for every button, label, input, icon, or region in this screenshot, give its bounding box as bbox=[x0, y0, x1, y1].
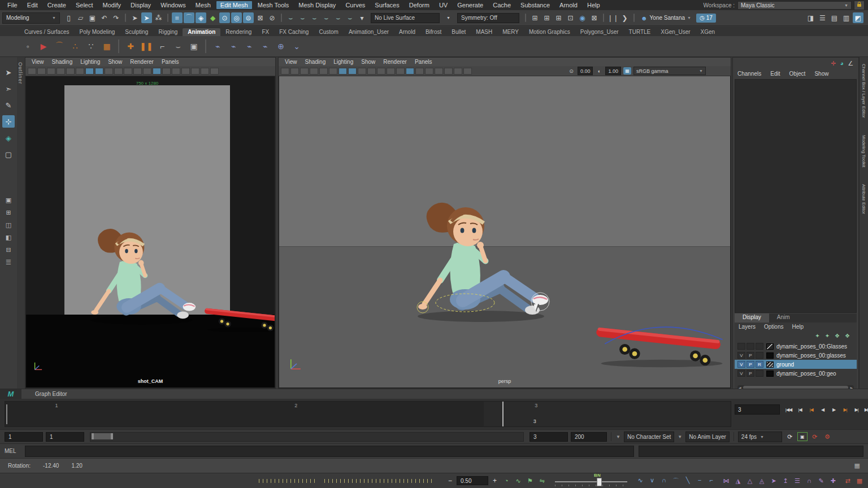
layout-outliner-persp-icon[interactable]: ◧ bbox=[3, 233, 14, 242]
channel-box-menu-item[interactable]: Channels bbox=[737, 71, 770, 77]
hud-icon[interactable] bbox=[463, 68, 472, 75]
mirror-icon[interactable]: ⇋ bbox=[537, 477, 547, 485]
shelf-popup-icon[interactable]: ◦ bbox=[20, 39, 35, 54]
select-camera-icon[interactable] bbox=[28, 68, 36, 75]
layer-visibility-toggle[interactable]: V bbox=[737, 361, 745, 368]
viewport-menu-item[interactable]: Shading bbox=[48, 59, 77, 65]
shelf-tab[interactable]: Motion Graphics bbox=[524, 28, 575, 36]
layout-four-pane-icon[interactable]: ⊞ bbox=[3, 208, 14, 217]
character-set-selector[interactable]: No Character Set bbox=[624, 432, 674, 442]
chevron-down-icon[interactable]: ▼ bbox=[443, 12, 454, 23]
workspace-selector[interactable]: Maya Classic ▼ bbox=[737, 1, 852, 10]
blend-slider-handle[interactable] bbox=[597, 478, 602, 486]
menu-item[interactable]: Generate bbox=[453, 1, 487, 9]
sidebar-vertical-tab[interactable]: Modeling Toolkit bbox=[861, 135, 866, 167]
viewport-menu-item[interactable]: Show bbox=[357, 59, 379, 65]
shaded-icon[interactable] bbox=[85, 68, 94, 75]
layer-color-swatch[interactable] bbox=[766, 371, 774, 377]
increment-button[interactable]: + bbox=[491, 477, 499, 485]
shading-flag-icon[interactable]: ⌣ bbox=[333, 12, 344, 23]
step-forward-button[interactable]: ▶| bbox=[840, 404, 850, 415]
layer-playback-toggle[interactable] bbox=[747, 343, 754, 350]
pencil-tool-icon[interactable]: ✎ bbox=[816, 477, 826, 485]
channel-box-toggle-icon[interactable]: ▤ bbox=[829, 12, 840, 23]
layer-visibility-toggle[interactable]: V bbox=[737, 370, 745, 377]
graph-editor-bar[interactable]: M Graph Editor bbox=[0, 389, 868, 399]
step-icon[interactable]: ❯ bbox=[619, 12, 630, 23]
lock-camera-icon[interactable] bbox=[290, 68, 299, 75]
shelf-tab[interactable]: Bullet bbox=[446, 28, 471, 36]
highlight-selection-icon[interactable]: ⊘ bbox=[267, 12, 277, 23]
menu-item[interactable]: Windows bbox=[157, 1, 190, 9]
hold-current-keys-icon[interactable]: ⌐ bbox=[155, 39, 170, 54]
time-slider[interactable]: 1 2 3 3 bbox=[5, 401, 731, 427]
shelf-tab[interactable]: Animation bbox=[183, 28, 220, 36]
safe-title-icon[interactable] bbox=[425, 68, 433, 75]
wireframe-icon[interactable] bbox=[76, 68, 84, 75]
divider[interactable] bbox=[125, 14, 126, 22]
image-plane-icon[interactable] bbox=[66, 68, 75, 75]
move-layer-up-icon[interactable]: ✦ bbox=[815, 333, 819, 339]
viewport-menu-item[interactable]: View bbox=[281, 59, 301, 65]
unghost-icon[interactable]: ∵ bbox=[84, 39, 98, 54]
viewport-menu-item[interactable]: Panels bbox=[411, 59, 436, 65]
shelf-tab[interactable]: Curves / Surfaces bbox=[19, 28, 74, 36]
workspace-lock-button[interactable] bbox=[854, 1, 865, 10]
range-slider[interactable] bbox=[90, 432, 524, 442]
wireframe-icon[interactable] bbox=[329, 68, 337, 75]
animation-prefs-icon[interactable]: ⚙ bbox=[822, 432, 832, 441]
rotate-tool-icon[interactable]: ◈ bbox=[2, 132, 15, 144]
current-time-cursor[interactable] bbox=[502, 402, 504, 426]
menu-item[interactable]: Mesh Display bbox=[294, 1, 340, 9]
texturing-flag-icon[interactable]: ⌣ bbox=[321, 12, 332, 23]
gamma-icon[interactable]: ◐ bbox=[595, 67, 603, 75]
menu-item[interactable]: Mesh Tools bbox=[254, 1, 293, 9]
layer-color-swatch[interactable] bbox=[766, 352, 774, 359]
viewport-menu-item[interactable]: View bbox=[28, 59, 48, 65]
set-key-icon[interactable]: ✚ bbox=[123, 39, 138, 54]
manipulator-icon[interactable]: ✛ bbox=[831, 60, 836, 67]
channel-box-empty-area[interactable] bbox=[735, 79, 857, 313]
layer-row[interactable]: V P dynamic_poses_00:geo bbox=[735, 369, 857, 378]
layer-editor-tab[interactable]: Anim bbox=[769, 313, 798, 323]
red-grid-icon[interactable]: ▦ bbox=[854, 477, 865, 485]
field-chart-icon[interactable] bbox=[406, 68, 414, 75]
divider[interactable] bbox=[281, 14, 282, 22]
color-management-icon[interactable]: ▦ bbox=[623, 67, 631, 75]
layer-list-icon[interactable]: ☰ bbox=[792, 477, 802, 485]
playback-end-field[interactable]: 3 bbox=[530, 432, 568, 442]
layer-display-type-toggle[interactable] bbox=[756, 343, 763, 350]
step-back-button[interactable]: |◀ bbox=[806, 404, 817, 415]
session-timer-badge[interactable]: ◷ 17 bbox=[696, 14, 716, 23]
symmetry-field[interactable]: Symmetry: Off bbox=[457, 13, 519, 23]
next-key-button[interactable]: ▶| bbox=[851, 404, 862, 415]
layer-row[interactable]: dynamic_poses_00:Glasses bbox=[735, 342, 857, 351]
layer-row[interactable]: V P R ground bbox=[735, 360, 857, 369]
select-hierarchy-icon[interactable]: ⁂ bbox=[153, 12, 164, 23]
pose-flag-icon[interactable]: ⚑ bbox=[525, 477, 535, 485]
tangent-flat-icon[interactable]: ╲ bbox=[683, 477, 693, 485]
menu-item[interactable]: Create bbox=[44, 1, 70, 9]
layout-list-icon[interactable]: ☰ bbox=[3, 258, 14, 267]
construction-history-icon[interactable]: ⌣ bbox=[297, 12, 308, 23]
auto-keyframe-icon[interactable]: ⟳ bbox=[810, 432, 820, 441]
film-gate-icon[interactable] bbox=[377, 68, 385, 75]
scale-constraint-icon[interactable]: ⌁ bbox=[258, 39, 272, 54]
shelf-tab[interactable]: Animation_User bbox=[344, 28, 394, 36]
shelf-tab[interactable]: MERY bbox=[497, 28, 524, 36]
attribute-editor-toggle-icon[interactable]: ◨ bbox=[805, 12, 816, 23]
playback-loop-icon[interactable]: ⟳ bbox=[785, 432, 795, 441]
camera-attributes-icon[interactable] bbox=[47, 68, 55, 75]
menu-item[interactable]: UV bbox=[435, 1, 452, 9]
snap-align-icon[interactable]: ⊜ bbox=[243, 12, 254, 23]
menu-item[interactable]: Deform bbox=[405, 1, 433, 9]
shelf-tab[interactable]: Rigging bbox=[153, 28, 183, 36]
menu-item[interactable]: Arnold bbox=[555, 1, 581, 9]
select-component-icon[interactable]: ➤ bbox=[141, 12, 152, 23]
undo-icon[interactable]: ↶ bbox=[99, 12, 110, 23]
paint-select-tool-icon[interactable]: ✎ bbox=[2, 99, 15, 111]
layer-visibility-toggle[interactable]: V bbox=[737, 352, 745, 359]
live-surface-field[interactable]: No Live Surface bbox=[371, 13, 440, 23]
live-surface-menu-icon[interactable]: ▾ bbox=[357, 12, 367, 23]
render-settings-icon[interactable]: ⊡ bbox=[565, 12, 576, 23]
